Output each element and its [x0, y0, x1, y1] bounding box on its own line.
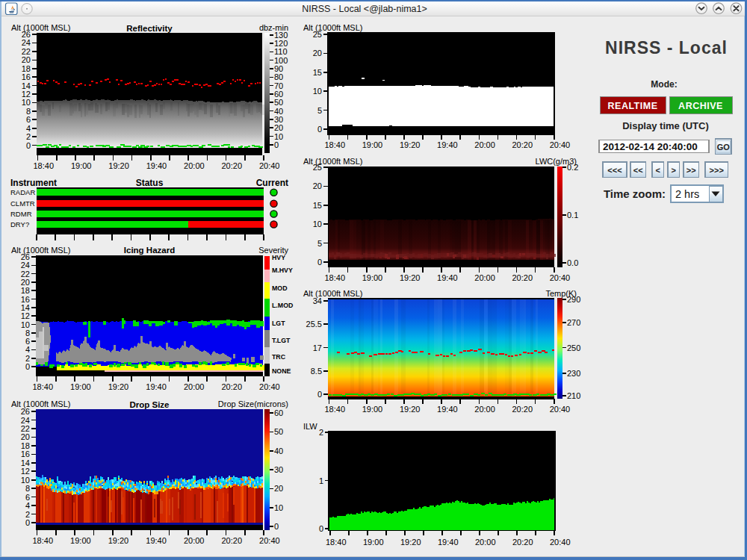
svg-text:130: 130: [274, 31, 288, 40]
svg-text:20:20: 20:20: [512, 140, 533, 149]
svg-text:ILW: ILW: [303, 422, 317, 431]
svg-text:100: 100: [274, 56, 288, 65]
svg-text:20:40: 20:40: [259, 536, 280, 545]
svg-text:6: 6: [25, 493, 30, 502]
svg-text:14: 14: [21, 458, 30, 467]
svg-text:10: 10: [313, 220, 322, 228]
svg-text:19:40: 19:40: [437, 273, 458, 282]
svg-text:50: 50: [274, 98, 283, 107]
svg-text:19:20: 19:20: [400, 405, 421, 414]
svg-text:40: 40: [274, 447, 283, 455]
svg-text:19:00: 19:00: [362, 273, 383, 282]
svg-text:REALTIME: REALTIME: [608, 101, 658, 111]
svg-text:19:20: 19:20: [400, 140, 421, 149]
svg-text:230: 230: [567, 369, 580, 378]
svg-text:20:00: 20:00: [475, 538, 496, 547]
svg-text:10: 10: [274, 503, 283, 512]
svg-text:30: 30: [274, 115, 283, 124]
svg-text:24: 24: [21, 416, 30, 425]
svg-text:20:20: 20:20: [222, 382, 243, 391]
svg-text:290: 290: [567, 295, 580, 304]
svg-text:20:00: 20:00: [474, 405, 495, 414]
svg-text:25: 25: [313, 30, 322, 39]
svg-text:12: 12: [21, 311, 30, 320]
svg-text:5: 5: [317, 239, 322, 248]
svg-text:25: 25: [313, 163, 322, 172]
svg-text:HVY: HVY: [272, 254, 285, 261]
svg-text:60: 60: [274, 90, 283, 99]
svg-text:Icing Hazard: Icing Hazard: [124, 246, 175, 255]
svg-text:20: 20: [21, 432, 30, 441]
svg-text:12: 12: [21, 467, 30, 476]
svg-text:20:00: 20:00: [474, 140, 495, 149]
svg-text:16: 16: [22, 72, 31, 81]
svg-text:19:40: 19:40: [438, 538, 459, 547]
svg-text:1: 1: [319, 476, 323, 485]
svg-text:19:00: 19:00: [70, 536, 91, 545]
svg-text:L.MOD: L.MOD: [272, 302, 293, 309]
svg-text:19:20: 19:20: [400, 538, 421, 547]
svg-text:20: 20: [22, 55, 31, 64]
svg-text:15: 15: [313, 68, 322, 77]
svg-text:18:40: 18:40: [34, 161, 55, 170]
svg-text:<<: <<: [633, 166, 643, 175]
svg-text:2: 2: [319, 428, 323, 437]
svg-text:GO: GO: [717, 143, 731, 152]
svg-text:4: 4: [25, 345, 30, 354]
svg-text:6: 6: [26, 115, 31, 124]
svg-text:19:00: 19:00: [70, 382, 91, 391]
svg-text:Mode:: Mode:: [651, 79, 677, 90]
svg-text:80: 80: [274, 72, 283, 81]
svg-text:>>>: >>>: [710, 166, 724, 175]
svg-text:RADAR: RADAR: [10, 188, 35, 196]
svg-text:60: 60: [274, 408, 283, 417]
svg-text:20:20: 20:20: [222, 536, 243, 545]
svg-text:10: 10: [21, 320, 30, 329]
svg-text:2 hrs: 2 hrs: [675, 188, 699, 200]
svg-text:120: 120: [274, 39, 288, 48]
svg-text:10: 10: [313, 87, 322, 96]
svg-text:17: 17: [313, 343, 322, 352]
svg-text:26: 26: [21, 407, 30, 416]
svg-text:0: 0: [317, 390, 322, 399]
svg-text:8: 8: [25, 484, 30, 493]
svg-text:Display time (UTC): Display time (UTC): [622, 120, 709, 131]
svg-text:0: 0: [317, 258, 322, 267]
svg-text:20:20: 20:20: [512, 405, 533, 414]
svg-text:0: 0: [319, 524, 323, 533]
svg-text:16: 16: [21, 449, 30, 458]
svg-text:20:00: 20:00: [184, 536, 205, 545]
svg-text:19:00: 19:00: [362, 140, 383, 149]
svg-text:20: 20: [21, 278, 30, 287]
svg-text:0: 0: [25, 362, 30, 371]
svg-text:19:40: 19:40: [437, 140, 458, 149]
svg-text:T.LGT: T.LGT: [272, 337, 291, 344]
svg-text:20:40: 20:40: [259, 382, 280, 391]
svg-text:19:00: 19:00: [71, 161, 92, 170]
svg-text:20:40: 20:40: [550, 140, 571, 149]
svg-text:18:40: 18:40: [326, 538, 347, 547]
svg-text:0: 0: [274, 522, 279, 531]
svg-text:0.0: 0.0: [567, 258, 578, 267]
svg-text:20:00: 20:00: [184, 382, 205, 391]
svg-text:Time zoom:: Time zoom:: [604, 187, 666, 200]
svg-text:20: 20: [313, 181, 322, 190]
svg-text:18:40: 18:40: [325, 273, 346, 282]
svg-text:ARCHIVE: ARCHIVE: [678, 101, 723, 111]
svg-text:<: <: [656, 166, 660, 175]
svg-text:Status: Status: [136, 178, 164, 188]
svg-text:>: >: [672, 166, 676, 175]
svg-text:20:00: 20:00: [184, 161, 205, 170]
svg-text:Severity: Severity: [258, 246, 288, 255]
svg-text:5: 5: [317, 106, 322, 115]
svg-text:19:20: 19:20: [108, 536, 129, 545]
svg-text:26: 26: [22, 30, 31, 39]
svg-text:Current: Current: [256, 178, 288, 188]
svg-text:18:40: 18:40: [325, 140, 346, 149]
svg-text:20: 20: [313, 49, 322, 57]
svg-text:DRY?: DRY?: [10, 220, 29, 228]
svg-text:18:40: 18:40: [33, 536, 54, 545]
svg-text:2: 2: [25, 354, 30, 363]
svg-text:18:40: 18:40: [325, 405, 346, 414]
svg-text:20: 20: [274, 123, 283, 132]
